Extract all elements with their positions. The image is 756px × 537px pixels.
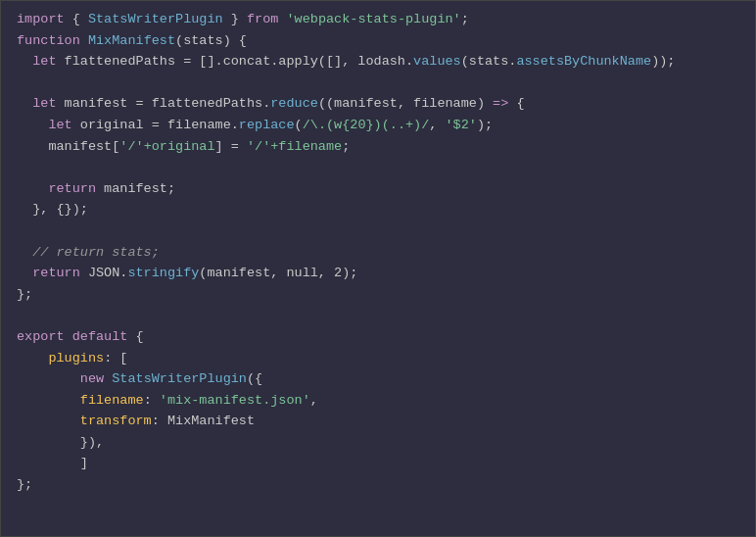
code-line: ]	[17, 453, 739, 474]
code-line: new StatsWriterPlugin({	[17, 368, 739, 390]
code-line: };	[17, 284, 739, 306]
code-line	[17, 220, 739, 242]
code-line: let original = filename.replace(/\.(w{20…	[17, 115, 739, 136]
code-line	[17, 157, 739, 178]
code-line: export default {	[17, 326, 739, 348]
code-line: plugins: [	[17, 348, 739, 369]
code-line: };	[17, 474, 739, 496]
code-line: manifest['/'+original] = '/'+filename;	[17, 136, 739, 158]
code-line: }),	[17, 432, 739, 454]
code-line: function MixManifest(stats) {	[17, 30, 739, 52]
code-line: let flattenedPaths = [].concat.apply([],…	[17, 51, 739, 73]
code-line: // return stats;	[17, 242, 739, 264]
code-line: return JSON.stringify(manifest, null, 2)…	[17, 263, 739, 284]
code-line: let manifest = flattenedPaths.reduce((ma…	[17, 93, 739, 115]
code-line: }, {});	[17, 199, 739, 220]
code-editor: import { StatsWriterPlugin } from 'webpa…	[0, 0, 756, 537]
code-line: filename: 'mix-manifest.json',	[17, 390, 739, 412]
code-line: return manifest;	[17, 178, 739, 200]
code-line	[17, 73, 739, 94]
code-line: import { StatsWriterPlugin } from 'webpa…	[17, 9, 739, 30]
code-line: transform: MixManifest	[17, 411, 739, 432]
code-line	[17, 305, 739, 326]
